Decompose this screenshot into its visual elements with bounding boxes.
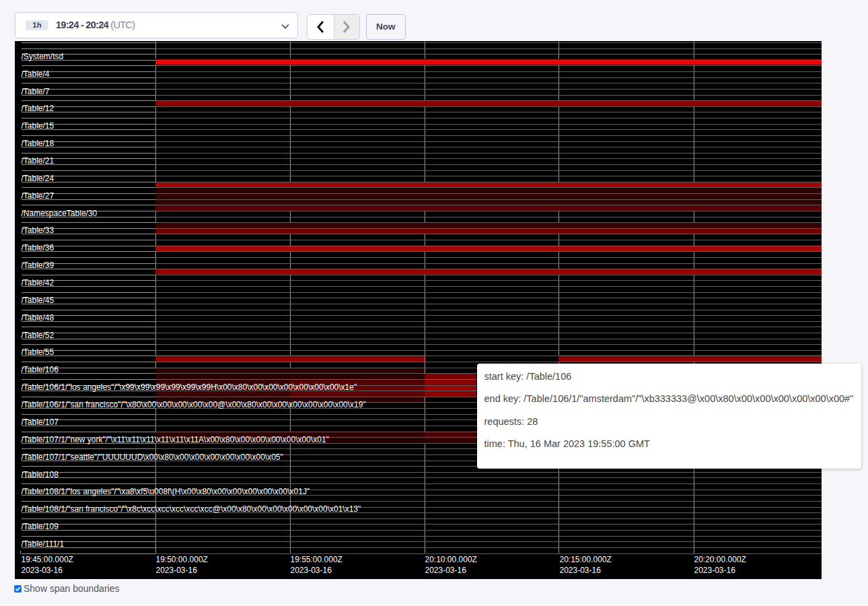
svg-text:2023-03-16: 2023-03-16: [694, 566, 736, 575]
svg-text:/Table/7: /Table/7: [22, 87, 50, 96]
svg-text:/Table/4: /Table/4: [22, 69, 50, 79]
svg-text:/Table/36: /Table/36: [22, 243, 55, 252]
svg-text:/Table/24: /Table/24: [22, 174, 55, 183]
svg-text:/Table/33: /Table/33: [22, 226, 55, 235]
svg-text:/NamespaceTable/30: /NamespaceTable/30: [22, 209, 98, 218]
svg-text:19:45:00.000Z: 19:45:00.000Z: [22, 555, 73, 564]
svg-text:2023-03-16: 2023-03-16: [291, 566, 332, 575]
svg-text:/Table/106: /Table/106: [22, 365, 59, 374]
svg-text:2023-03-16: 2023-03-16: [22, 566, 63, 575]
svg-text:/Table/108/1/"los angeles"/"\x: /Table/108/1/"los angeles"/"\xa8\xf5\u00…: [22, 487, 310, 496]
svg-text:/Table/107: /Table/107: [22, 417, 59, 427]
svg-text:/Table/108/1/"san francisco"/": /Table/108/1/"san francisco"/"\x8c\xcc\x…: [22, 504, 361, 514]
svg-text:/Table/45: /Table/45: [22, 296, 55, 305]
svg-text:/Table/55: /Table/55: [22, 347, 55, 357]
svg-text:20:15:00.000Z: 20:15:00.000Z: [560, 555, 612, 564]
svg-text:/Table/107/1/"seattle"/"UUUUUU: /Table/107/1/"seattle"/"UUUUUUD\x00\x80\…: [22, 452, 283, 462]
svg-text:/Table/18: /Table/18: [22, 139, 55, 148]
svg-text:2023-03-16: 2023-03-16: [560, 566, 602, 575]
svg-text:/System/tsd: /System/tsd: [22, 52, 64, 61]
svg-text:/Table/39: /Table/39: [22, 261, 55, 270]
svg-text:20:10:00.000Z: 20:10:00.000Z: [425, 555, 477, 564]
svg-text:/Table/48: /Table/48: [22, 313, 55, 323]
svg-text:/Table/21: /Table/21: [22, 156, 55, 166]
svg-text:/Table/27: /Table/27: [22, 191, 55, 201]
svg-text:19:50:00.000Z: 19:50:00.000Z: [156, 555, 208, 564]
svg-text:/Table/15: /Table/15: [22, 121, 55, 131]
svg-text:/Table/108: /Table/108: [22, 470, 59, 479]
svg-text:/Table/52: /Table/52: [22, 331, 55, 340]
svg-text:/Table/109: /Table/109: [22, 522, 59, 531]
svg-text:2023-03-16: 2023-03-16: [425, 566, 467, 575]
svg-text:/Table/106/1/"san francisco"/": /Table/106/1/"san francisco"/"\x80\x00\x…: [22, 400, 366, 409]
svg-text:19:55:00.000Z: 19:55:00.000Z: [291, 555, 342, 564]
svg-text:/Table/42: /Table/42: [22, 278, 55, 288]
svg-text:/Table/111/1: /Table/111/1: [22, 539, 65, 549]
svg-text:20:20:00.000Z: 20:20:00.000Z: [694, 555, 746, 564]
svg-text:2023-03-16: 2023-03-16: [156, 566, 198, 575]
svg-text:/Table/107/1/"new york"/"\x11\: /Table/107/1/"new york"/"\x11\x11\x11\x1…: [22, 435, 329, 444]
svg-text:/Table/106/1/"los angeles"/"\x: /Table/106/1/"los angeles"/"\x99\x99\x99…: [22, 382, 357, 392]
svg-text:/Table/12: /Table/12: [22, 104, 55, 113]
